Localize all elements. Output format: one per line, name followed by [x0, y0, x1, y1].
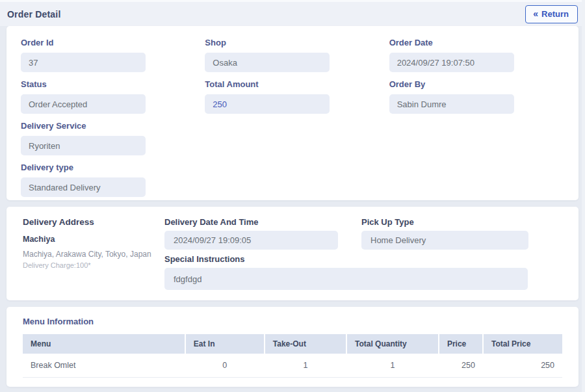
col-header-take-out: Take-Out	[265, 334, 346, 354]
order-summary-card: Order Id 37 Shop Osaka Order Date 2024/0…	[6, 26, 578, 200]
field-total-amount: Total Amount 250	[205, 79, 380, 114]
col-header-price: Price	[439, 334, 483, 354]
delivery-address-name: Machiya	[23, 235, 164, 244]
special-instructions-value: fdgfdgd	[164, 268, 528, 290]
col-header-eat-in: Eat In	[185, 334, 265, 354]
page-title: Order Detail	[7, 9, 61, 20]
field-pickup-type: Pick Up Type Home Delivery	[361, 217, 528, 250]
return-button-label: Return	[541, 9, 569, 19]
menu-table: Menu Eat In Take-Out Total Quantity Pric…	[23, 334, 562, 378]
cell-take-out: 1	[265, 354, 346, 378]
col-header-total-quantity: Total Quantity	[346, 334, 439, 354]
field-order-by: Order By Sabin Dumre	[389, 79, 564, 114]
shop-label: Shop	[205, 38, 380, 47]
top-bar: Order Detail « Return	[0, 0, 585, 26]
field-shop: Shop Osaka	[205, 38, 380, 72]
cell-total-price: 250	[483, 354, 562, 378]
field-delivery-type: Delivery type Standared Delivery	[21, 163, 196, 197]
delivery-fields-block: Delivery Date And Time 2024/09/27 19:09:…	[164, 217, 569, 290]
delivery-service-label: Delivery Service	[21, 121, 196, 131]
delivery-info-card: Delivery Address Machiya Machiya, Arakaw…	[6, 207, 578, 300]
field-delivery-service: Delivery Service Ryoriten	[21, 121, 196, 155]
status-label: Status	[21, 79, 196, 89]
order-date-label: Order Date	[389, 38, 564, 47]
cell-total-quantity: 1	[346, 354, 439, 378]
order-fields-grid: Order Id 37 Shop Osaka Order Date 2024/0…	[21, 38, 564, 197]
order-id-value: 37	[21, 53, 146, 72]
shop-value: Osaka	[205, 53, 330, 72]
menu-information-card: Menu Information Menu Eat In Take-Out To…	[6, 307, 578, 387]
table-row: Break Omlet 0 1 1 250 250	[23, 354, 562, 378]
delivery-datetime-value: 2024/09/27 19:09:05	[164, 231, 338, 250]
cell-eat-in: 0	[185, 354, 265, 378]
pickup-type-label: Pick Up Type	[361, 217, 528, 227]
delivery-fields-row: Delivery Date And Time 2024/09/27 19:09:…	[164, 217, 569, 250]
delivery-charge: Delivery Charge:100*	[23, 261, 164, 269]
col-header-menu: Menu	[23, 334, 185, 354]
col-header-total-price: Total Price	[483, 334, 562, 354]
order-date-value: 2024/09/27 19:07:50	[389, 53, 514, 72]
field-order-id: Order Id 37	[21, 38, 196, 72]
delivery-type-label: Delivery type	[21, 163, 196, 172]
scrollbar[interactable]	[582, 0, 585, 392]
order-by-value: Sabin Dumre	[389, 94, 514, 114]
menu-information-heading: Menu Information	[23, 317, 562, 326]
cell-price: 250	[439, 354, 483, 378]
double-chevron-left-icon: «	[533, 9, 538, 18]
delivery-address-heading: Delivery Address	[23, 217, 164, 227]
menu-table-header-row: Menu Eat In Take-Out Total Quantity Pric…	[23, 334, 562, 354]
special-instructions-label: Special Instructions	[164, 254, 569, 264]
return-button[interactable]: « Return	[525, 5, 578, 23]
total-amount-value: 250	[205, 94, 330, 114]
delivery-address-full: Machiya, Arakawa City, Tokyo, Japan	[23, 250, 164, 259]
field-special-instructions: Special Instructions fdgfdgd	[164, 254, 569, 290]
delivery-layout: Delivery Address Machiya Machiya, Arakaw…	[16, 217, 569, 290]
status-value: Order Accepted	[21, 94, 146, 114]
field-delivery-datetime: Delivery Date And Time 2024/09/27 19:09:…	[164, 217, 338, 250]
cell-menu-name: Break Omlet	[23, 354, 185, 378]
order-id-label: Order Id	[21, 38, 196, 47]
delivery-datetime-label: Delivery Date And Time	[164, 217, 338, 227]
delivery-address-block: Delivery Address Machiya Machiya, Arakaw…	[16, 217, 164, 290]
field-order-date: Order Date 2024/09/27 19:07:50	[389, 38, 564, 72]
delivery-type-value: Standared Delivery	[21, 177, 146, 197]
order-by-label: Order By	[389, 79, 564, 89]
field-status: Status Order Accepted	[21, 79, 196, 114]
total-amount-label: Total Amount	[205, 79, 380, 89]
delivery-service-value: Ryoriten	[21, 136, 146, 155]
pickup-type-value: Home Delivery	[361, 231, 528, 250]
